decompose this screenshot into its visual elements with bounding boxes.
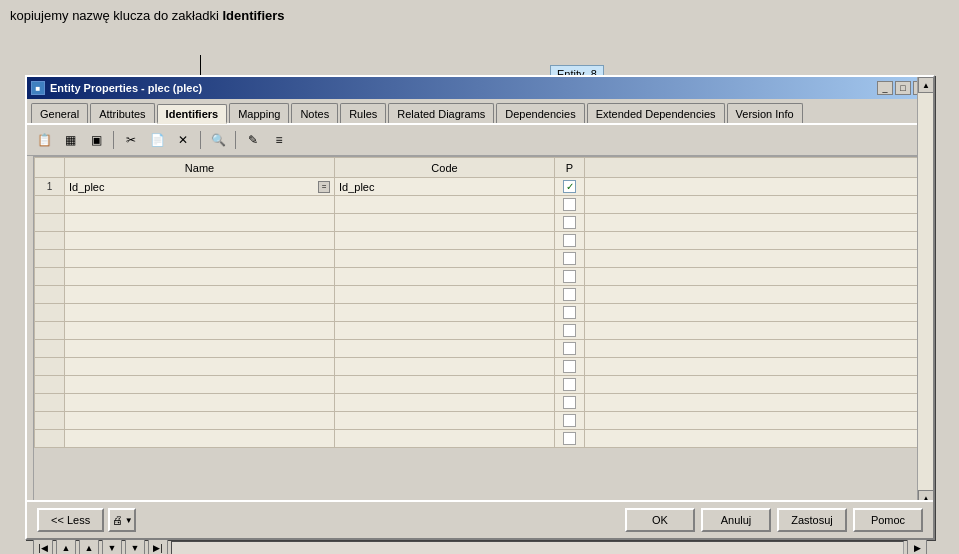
row-p-11[interactable] [555,376,585,394]
checkbox-empty[interactable] [563,288,576,301]
table-row[interactable] [35,322,926,340]
row-p-7[interactable] [555,304,585,322]
table-row[interactable] [35,358,926,376]
tab-extended-dependencies[interactable]: Extended Dependencies [587,103,725,123]
toolbar-find-btn[interactable]: 🔍 [207,129,229,151]
row-name-12[interactable] [65,394,335,412]
table-row[interactable] [35,394,926,412]
checkbox-empty[interactable] [563,252,576,265]
row-code-6[interactable] [335,286,555,304]
row-name-5[interactable] [65,268,335,286]
nav-up1-button[interactable]: ▲ [56,539,76,554]
row-p-2[interactable] [555,214,585,232]
row-code-14[interactable] [335,430,555,448]
row-p-4[interactable] [555,250,585,268]
toolbar-cut-btn[interactable]: ✂ [120,129,142,151]
checkbox-empty[interactable] [563,414,576,427]
row-code-12[interactable] [335,394,555,412]
row-name-9[interactable] [65,340,335,358]
table-row[interactable] [35,412,926,430]
table-row[interactable]: 1Id_plec=Id_plec✓ [35,178,926,196]
expand-btn-0[interactable]: = [318,181,330,193]
nav-last-button[interactable]: ▶| [148,539,168,554]
row-name-8[interactable] [65,322,335,340]
row-name-1[interactable] [65,196,335,214]
tab-rules[interactable]: Rules [340,103,386,123]
checkbox-empty[interactable] [563,324,576,337]
row-code-13[interactable] [335,412,555,430]
checkbox-empty[interactable] [563,378,576,391]
checkbox-empty[interactable] [563,234,576,247]
checkbox-empty[interactable] [563,306,576,319]
row-code-1[interactable] [335,196,555,214]
help-button[interactable]: Pomoc [853,508,923,532]
apply-button[interactable]: Zastosuj [777,508,847,532]
tab-attributes[interactable]: Attributes [90,103,154,123]
table-row[interactable] [35,430,926,448]
row-code-0[interactable]: Id_plec [335,178,555,196]
nav-down2-button[interactable]: ▼ [125,539,145,554]
row-code-11[interactable] [335,376,555,394]
row-name-11[interactable] [65,376,335,394]
table-row[interactable] [35,250,926,268]
tab-related-diagrams[interactable]: Related Diagrams [388,103,494,123]
tab-version-info[interactable]: Version Info [727,103,803,123]
horizontal-scrollbar[interactable] [171,541,904,554]
tab-mapping[interactable]: Mapping [229,103,289,123]
cancel-button[interactable]: Anuluj [701,508,771,532]
nav-first-button[interactable]: |◀ [33,539,53,554]
row-name-0[interactable]: Id_plec= [65,178,335,196]
minimize-button[interactable]: _ [877,81,893,95]
tab-dependencies[interactable]: Dependencies [496,103,584,123]
row-name-6[interactable] [65,286,335,304]
row-p-1[interactable] [555,196,585,214]
tab-identifiers[interactable]: Identifiers [157,104,228,124]
row-code-5[interactable] [335,268,555,286]
row-p-10[interactable] [555,358,585,376]
row-p-6[interactable] [555,286,585,304]
table-row[interactable] [35,214,926,232]
vertical-scrollbar[interactable]: ▲ ▲ ▼ ▼ [917,156,927,535]
tab-notes[interactable]: Notes [291,103,338,123]
row-p-8[interactable] [555,322,585,340]
row-code-4[interactable] [335,250,555,268]
row-code-7[interactable] [335,304,555,322]
toolbar-menu-btn[interactable]: ≡ [268,129,290,151]
toolbar-copy-btn[interactable]: 📄 [146,129,168,151]
ok-button[interactable]: OK [625,508,695,532]
toolbar-del-btn[interactable]: ✕ [172,129,194,151]
row-code-10[interactable] [335,358,555,376]
nav-down1-button[interactable]: ▼ [102,539,122,554]
row-p-5[interactable] [555,268,585,286]
row-p-13[interactable] [555,412,585,430]
checkbox-empty[interactable] [563,360,576,373]
toolbar-edit-btn[interactable]: ✎ [242,129,264,151]
table-row[interactable] [35,196,926,214]
checkbox-empty[interactable] [563,396,576,409]
toolbar-grid-btn[interactable]: ▦ [59,129,81,151]
table-scroll[interactable]: NameCodeP 1Id_plec=Id_plec✓ [34,157,926,534]
row-name-14[interactable] [65,430,335,448]
tab-general[interactable]: General [31,103,88,123]
table-row[interactable] [35,304,926,322]
row-p-3[interactable] [555,232,585,250]
row-p-0[interactable]: ✓ [555,178,585,196]
checkbox-empty[interactable] [563,270,576,283]
table-row[interactable] [35,376,926,394]
row-p-14[interactable] [555,430,585,448]
row-name-7[interactable] [65,304,335,322]
nav-up2-button[interactable]: ▲ [79,539,99,554]
toolbar-sub-btn[interactable]: ▣ [85,129,107,151]
maximize-button[interactable]: □ [895,81,911,95]
checkbox-checked[interactable]: ✓ [563,180,576,193]
row-code-8[interactable] [335,322,555,340]
row-p-12[interactable] [555,394,585,412]
checkbox-empty[interactable] [563,432,576,445]
table-row[interactable] [35,340,926,358]
row-code-9[interactable] [335,340,555,358]
row-code-3[interactable] [335,232,555,250]
row-name-10[interactable] [65,358,335,376]
table-row[interactable] [35,286,926,304]
row-name-4[interactable] [65,250,335,268]
table-row[interactable] [35,268,926,286]
